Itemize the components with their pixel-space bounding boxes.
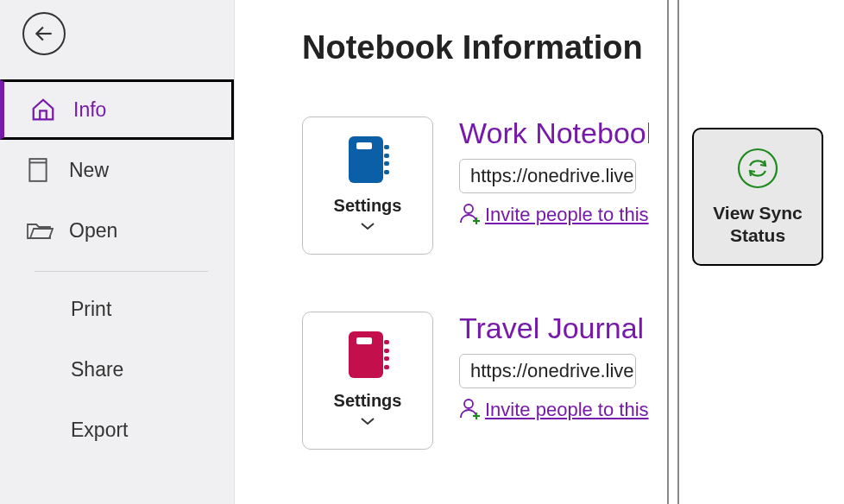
vertical-divider: [677, 0, 679, 504]
chevron-down-icon: [360, 219, 375, 235]
notebook-url-field[interactable]: https://onedrive.live: [459, 159, 636, 193]
page-icon: [26, 157, 60, 183]
folder-open-icon: [26, 219, 60, 242]
svg-point-2: [464, 205, 473, 213]
nav-item-share[interactable]: Share: [0, 339, 234, 400]
invite-person-icon: [459, 202, 482, 228]
nav-item-info[interactable]: Info: [0, 79, 234, 140]
notebook-url-field[interactable]: https://onedrive.live: [459, 354, 636, 388]
nav-label-info: Info: [65, 98, 106, 122]
notebook-details: Work Notebook https://onedrive.live Invi…: [459, 117, 649, 228]
nav-label-export: Export: [71, 419, 128, 442]
sync-label: View Sync Status: [713, 202, 803, 248]
sync-icon: [736, 147, 779, 193]
nav-label-print: Print: [71, 298, 111, 321]
notebook-details: Travel Journal https://onedrive.live Inv…: [459, 312, 649, 423]
notebook-row: Settings Travel Journal https://onedrive…: [302, 312, 844, 450]
nav-item-new[interactable]: New: [0, 140, 234, 200]
notebook-settings-button[interactable]: Settings: [302, 117, 433, 255]
notebook-icon: [349, 136, 387, 183]
view-sync-status-button[interactable]: View Sync Status: [692, 128, 823, 266]
chevron-down-icon: [360, 414, 375, 430]
notebook-title: Travel Journal: [459, 312, 649, 345]
settings-label: Settings: [334, 390, 402, 411]
invite-link[interactable]: Invite people to this: [485, 399, 649, 421]
notebook-title: Work Notebook: [459, 117, 649, 150]
vertical-divider: [667, 0, 669, 504]
nav-label-open: Open: [60, 219, 117, 243]
home-icon: [30, 97, 65, 123]
nav-item-open[interactable]: Open: [0, 200, 234, 261]
nav-item-print[interactable]: Print: [0, 279, 234, 339]
notebook-settings-button[interactable]: Settings: [302, 312, 433, 450]
settings-label: Settings: [334, 195, 402, 216]
nav-label-new: New: [60, 159, 109, 182]
backstage-sidebar: Info New Open Print Share Export: [0, 0, 235, 504]
invite-person-icon: [459, 397, 482, 423]
nav-label-share: Share: [71, 358, 123, 381]
svg-point-5: [464, 400, 473, 408]
sidebar-divider: [35, 271, 208, 272]
main-content: Notebook Information Settings Work Noteb…: [235, 0, 844, 504]
notebook-icon: [349, 331, 387, 378]
back-arrow-icon: [33, 22, 55, 45]
svg-point-8: [739, 149, 777, 187]
back-button[interactable]: [22, 12, 66, 55]
page-title: Notebook Information: [302, 29, 844, 66]
invite-link[interactable]: Invite people to this: [485, 204, 649, 226]
nav-item-export[interactable]: Export: [0, 400, 234, 460]
